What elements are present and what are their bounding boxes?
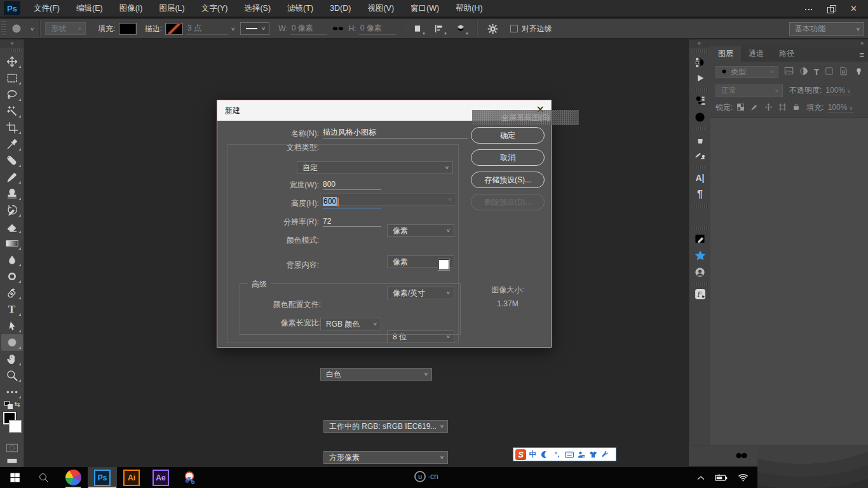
layer-comps-panel-icon[interactable] [691,231,710,247]
ellipse-tool[interactable] [1,334,23,351]
gradient-tool[interactable] [1,235,23,252]
swatch-utilities[interactable]: ⇆ [1,400,23,410]
name-input[interactable] [323,127,468,139]
path-operations-button[interactable]: ▾ [410,22,424,36]
blend-mode-select[interactable]: 正常 [715,85,783,97]
edit-toolbar-button[interactable] [1,384,23,400]
width-input[interactable] [323,179,381,190]
spot-healing-tool[interactable] [1,152,23,169]
tab-paths[interactable]: 路径 [771,46,802,62]
shape-height-input[interactable]: 0 像素 [359,23,396,35]
filter-shape-layers-icon[interactable] [825,67,834,78]
tool-preset-picker[interactable] [10,22,24,36]
opacity-value[interactable]: 100% [824,86,852,95]
start-button[interactable] [0,467,29,488]
menu-3d[interactable]: 3D(D) [322,0,359,17]
filter-pixel-layers-icon[interactable] [784,67,794,77]
collapse-tools-icon[interactable]: » [0,39,24,48]
wrench-settings-icon[interactable] [600,449,611,460]
tool-presets-panel-icon[interactable] [691,92,710,109]
panel-menu-icon[interactable]: ≡ [859,50,864,60]
taskbar-aftereffects-button[interactable]: Ae [146,467,175,488]
taskbar-illustrator-button[interactable]: Ai [117,467,146,488]
menu-window[interactable]: 窗口(W) [402,0,447,17]
cancel-button[interactable]: 取消 [471,149,545,166]
skin-shirt-icon[interactable] [588,449,599,460]
ok-button[interactable]: 确定 [471,127,545,144]
history-brush-tool[interactable] [1,202,23,219]
magic-wand-tool[interactable] [1,103,23,119]
background-color-chip[interactable] [438,259,449,270]
eraser-tool[interactable] [1,219,23,235]
marquee-tool[interactable] [1,70,23,86]
character-panel-icon[interactable]: A| [691,170,710,186]
menu-help[interactable]: 帮助(H) [447,0,491,17]
swap-colors-icon[interactable]: ⇆ [14,400,20,409]
height-input[interactable]: 600 [323,197,381,208]
doc-type-select[interactable]: 自定 [297,161,453,174]
align-edges-checkbox[interactable] [510,25,518,32]
shape-width-input[interactable]: 0 像素 [290,23,327,35]
shape-mode-select[interactable]: 形状 [45,22,86,35]
chevron-down-icon[interactable]: ∨ [30,26,34,31]
close-icon[interactable] [850,4,859,13]
path-selection-tool[interactable] [1,318,23,334]
hand-tool[interactable] [1,351,23,367]
taskbar-search-button[interactable] [29,467,58,488]
stroke-style-select[interactable] [240,22,269,35]
menu-select[interactable]: 选择(S) [236,0,279,17]
resolution-input[interactable] [323,215,381,227]
restore-icon[interactable] [827,4,836,13]
tools-grip[interactable] [4,49,20,52]
tab-channels[interactable]: 通道 [741,46,771,62]
taskbar-photoshop-button[interactable]: Ps [88,467,117,488]
screen-mode-button[interactable] [1,456,23,465]
brush-tool[interactable] [1,169,23,186]
lock-position-icon[interactable] [764,103,773,113]
filter-type-layers-icon[interactable]: T [814,67,819,77]
collapse-panel-icon[interactable]: » [860,39,863,47]
soft-keyboard-icon[interactable] [564,449,574,460]
zoom-tool[interactable] [1,367,23,384]
width-unit-select[interactable]: 像素 [387,224,454,237]
fullwidth-moon-icon[interactable] [539,449,550,460]
options-grip[interactable] [1,21,6,36]
fill-swatch[interactable] [119,24,136,34]
menu-edit[interactable]: 编辑(E) [68,0,111,17]
minimize-icon[interactable] [804,4,813,13]
path-alignment-button[interactable]: ▾ [432,22,446,36]
profile-select[interactable]: 工作中的 RGB: sRGB IEC619... [323,420,448,433]
workspace-select[interactable]: 基本功能 [789,22,864,36]
lock-pixels-icon[interactable] [750,103,759,113]
save-preset-button[interactable]: 存储预设(S)... [471,172,545,188]
menu-type[interactable]: 文字(Y) [193,0,236,17]
quick-mask-button[interactable] [1,440,23,456]
lock-all-icon[interactable] [792,103,800,113]
eyedropper-tool[interactable] [1,136,23,152]
lock-artboard-icon[interactable] [778,103,787,113]
menu-image[interactable]: 图像(I) [111,0,151,17]
info-panel-icon[interactable] [691,109,710,125]
filter-adjustment-layers-icon[interactable] [799,67,808,78]
clone-source-panel-icon[interactable] [691,147,710,164]
background-select[interactable]: 白色 [320,368,432,381]
dodge-tool[interactable] [1,268,23,285]
libraries-panel-icon[interactable] [691,264,710,280]
pen-tool[interactable] [1,285,23,301]
taskbar-browser-button[interactable] [58,467,88,488]
move-tool[interactable] [1,53,23,70]
sogou-logo-icon[interactable]: S [515,449,526,460]
menu-view[interactable]: 视图(V) [359,0,402,17]
tab-layers[interactable]: 图层 [710,46,741,62]
link-dimensions-icon[interactable] [331,22,345,36]
fill-value[interactable]: 100% [827,103,855,112]
glyphs-panel-icon[interactable] [691,208,710,225]
login-24-icon[interactable]: 24 [576,449,587,460]
path-arrangement-button[interactable]: ▾ [454,22,468,36]
battery-icon[interactable] [715,473,728,482]
stroke-width-input[interactable]: 3 点 [186,23,228,35]
expand-dock-icon[interactable]: « [698,39,700,47]
menu-file[interactable]: 文件(F) [25,0,68,17]
wifi-icon[interactable] [738,473,749,482]
taskbar-screenshot-tool-button[interactable] [175,467,205,488]
